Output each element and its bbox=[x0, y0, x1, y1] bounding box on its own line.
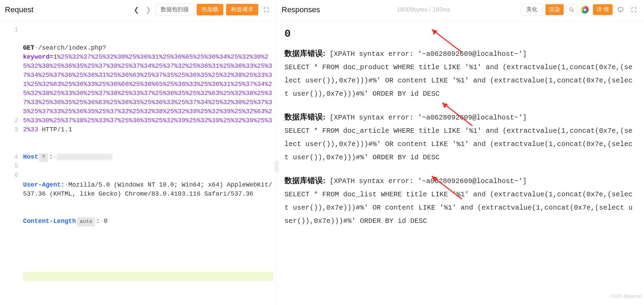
db-error-label: 数据库错误: bbox=[284, 112, 325, 121]
content-length-value: 0 bbox=[104, 218, 108, 225]
line-number: 3 bbox=[0, 125, 18, 134]
line-number: 4 bbox=[0, 152, 18, 161]
sql-query: SELECT * FROM doc_product WHERE title LI… bbox=[284, 63, 632, 98]
svg-point-0 bbox=[570, 8, 573, 11]
ua-header: User-Agent: bbox=[23, 181, 65, 188]
hot-reload-button[interactable]: 热加载 bbox=[197, 4, 223, 15]
host-colon: : bbox=[49, 153, 53, 160]
host-redacted bbox=[57, 154, 113, 160]
content-length-header: Content-Length bbox=[23, 218, 76, 225]
chrome-icon bbox=[581, 6, 589, 14]
expand-icon[interactable] bbox=[261, 5, 272, 15]
svg-line-1 bbox=[572, 10, 574, 12]
request-line-cursor[interactable] bbox=[23, 272, 274, 281]
request-title: Request bbox=[5, 5, 34, 14]
request-line-host: Host?:· bbox=[23, 152, 274, 162]
request-line-cl: Content-Lengthauto:·0 bbox=[23, 217, 274, 226]
dot-sep: · bbox=[34, 44, 38, 51]
beautify-button[interactable]: 美化 bbox=[521, 3, 543, 16]
http-version: HTTP/1.1 bbox=[42, 126, 72, 133]
response-title: Responses bbox=[282, 5, 320, 14]
line-number: 1 bbox=[0, 25, 18, 34]
host-badge: ? bbox=[39, 153, 48, 162]
history-back-button[interactable]: ❮ bbox=[132, 5, 141, 14]
query-param-prefix: 1 bbox=[53, 53, 57, 60]
request-line-empty bbox=[23, 245, 274, 254]
search-button[interactable] bbox=[566, 5, 577, 15]
response-toolbar: Responses 18009bytes / 193ms 美化 渲染 详 情 bbox=[277, 0, 644, 21]
line-number: 5 bbox=[0, 161, 18, 170]
db-error-block-2: 数据库错误: [XPATH syntax error: '~a062809260… bbox=[284, 110, 636, 164]
request-line-ua: User-Agent:·Mozilla/5.0 (Windows NT 10.0… bbox=[23, 180, 274, 198]
expand-icon[interactable] bbox=[629, 5, 639, 15]
xpath-error: [XPATH syntax error: '~a0628092609@local… bbox=[330, 177, 527, 185]
scan-button[interactable]: 数据包扫描 bbox=[155, 3, 194, 16]
request-toolbar: Request ❮ ❯ 数据包扫描 热加载 构造请求 bbox=[0, 0, 276, 21]
content-length-badge: auto bbox=[77, 217, 95, 226]
request-line-1: GET·/search/index.php?keyword=1%25%32%37… bbox=[23, 43, 274, 134]
dot-sep: · bbox=[38, 126, 42, 133]
cl-colon: : bbox=[96, 218, 100, 225]
response-body[interactable]: 0 数据库错误: [XPATH syntax error: '~a0628092… bbox=[277, 21, 644, 305]
query-param-name: keyword= bbox=[23, 53, 53, 60]
host-header: Host bbox=[23, 153, 38, 160]
line-gutter: 1 2 3 4 5 6 bbox=[0, 21, 23, 305]
response-meta: 18009bytes / 193ms bbox=[397, 6, 450, 13]
render-button[interactable]: 渲染 bbox=[545, 4, 564, 15]
response-heading: 0 bbox=[284, 27, 636, 41]
svg-marker-6 bbox=[442, 103, 448, 108]
build-request-button[interactable]: 构造请求 bbox=[226, 4, 258, 15]
watermark: CSDN @gaynell bbox=[610, 290, 641, 303]
line-number: 6 bbox=[0, 170, 18, 180]
detail-button[interactable]: 详 情 bbox=[593, 4, 613, 15]
query-param-encoded: %25%32%37%25%32%30%25%36%31%25%36%65%25%… bbox=[23, 53, 272, 133]
db-error-label: 数据库错误: bbox=[284, 49, 325, 58]
request-path: /search/index.php? bbox=[38, 44, 106, 51]
sql-query: SELECT * FROM doc_list WHERE title LIKE … bbox=[284, 190, 632, 225]
xpath-error: [XPATH syntax error: '~a0628092609@local… bbox=[330, 114, 527, 122]
sql-query: SELECT * FROM doc_article WHERE title LI… bbox=[284, 127, 632, 161]
line-number: 2 bbox=[0, 116, 18, 125]
db-error-block-1: 数据库错误: [XPATH syntax error: '~a062809260… bbox=[284, 47, 636, 101]
request-panel: Request ❮ ❯ 数据包扫描 热加载 构造请求 1 2 3 4 5 6 G… bbox=[0, 0, 277, 305]
db-error-label: 数据库错误: bbox=[284, 176, 325, 185]
open-in-chrome-button[interactable] bbox=[580, 5, 590, 15]
response-panel: Responses 18009bytes / 193ms 美化 渲染 详 情 0… bbox=[277, 0, 644, 305]
search-icon bbox=[569, 7, 575, 13]
db-error-block-3: 数据库错误: [XPATH syntax error: '~a062809260… bbox=[284, 174, 636, 228]
request-editor[interactable]: 1 2 3 4 5 6 GET·/search/index.php?keywor… bbox=[0, 21, 276, 305]
svg-rect-2 bbox=[618, 8, 623, 11]
request-code[interactable]: GET·/search/index.php?keyword=1%25%32%37… bbox=[23, 21, 276, 305]
chat-icon[interactable] bbox=[615, 5, 626, 15]
http-method: GET bbox=[23, 44, 34, 51]
xpath-error: [XPATH syntax error: '~a0628092609@local… bbox=[330, 50, 527, 58]
history-forward-button[interactable]: ❯ bbox=[144, 5, 153, 14]
